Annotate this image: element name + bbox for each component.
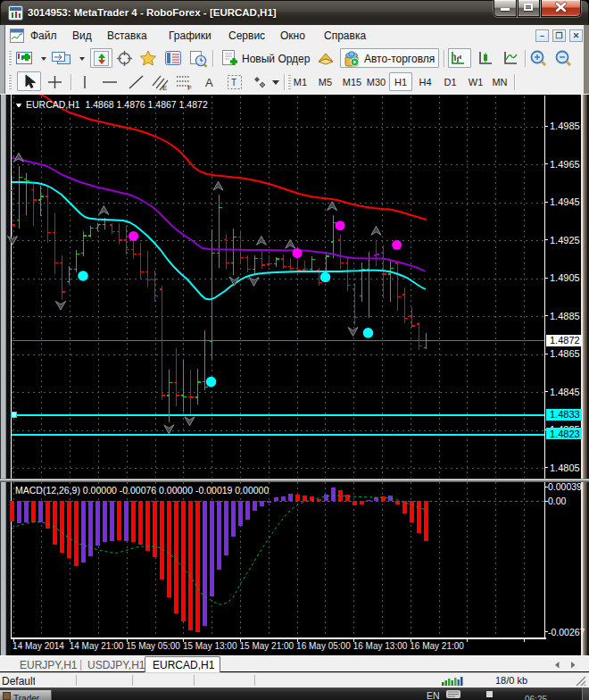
svg-text:1.4985: 1.4985 [550,121,580,131]
svg-text:15 May 13:00: 15 May 13:00 [183,641,237,651]
svg-text:15 May 05:00: 15 May 05:00 [126,641,180,651]
svg-text:EURCAD,H1 1.4868 1.4876 1.486: EURCAD,H1 1.4868 1.4876 1.4867 1.4872 [26,99,208,110]
svg-text:1.4833: 1.4833 [550,409,580,420]
svg-text:1.4805: 1.4805 [550,462,580,473]
svg-text:0.00039: 0.00039 [548,481,582,492]
svg-text:16 May 13:00: 16 May 13:00 [353,641,408,651]
svg-text:1.4872: 1.4872 [550,335,580,346]
svg-text:1.4965: 1.4965 [550,159,580,170]
svg-text:14 May 2014: 14 May 2014 [12,641,64,651]
svg-text:F: F [187,84,192,91]
svg-text:16 May 21:00: 16 May 21:00 [410,641,464,651]
svg-text:-0.00267: -0.00267 [548,627,585,638]
svg-text:16 May 05:00: 16 May 05:00 [296,641,351,651]
svg-text:1.4885: 1.4885 [550,311,580,321]
svg-text:E: E [162,84,167,91]
svg-text:1.4845: 1.4845 [550,387,580,397]
svg-text:MACD(12,26,9) 0.00000 -0.00076: MACD(12,26,9) 0.00000 -0.00076 0.00000 -… [15,485,269,496]
svg-text:1.4945: 1.4945 [550,196,580,207]
svg-text:1.4823: 1.4823 [550,429,580,439]
svg-text:14 May 21:00: 14 May 21:00 [70,641,124,651]
svg-text:1.4925: 1.4925 [550,235,580,246]
svg-text:1.4865: 1.4865 [550,348,580,359]
svg-text:15 May 21:00: 15 May 21:00 [240,641,294,651]
svg-text:1.4905: 1.4905 [550,272,580,283]
svg-text:T: T [231,78,236,88]
svg-text:0.00: 0.00 [548,496,567,506]
